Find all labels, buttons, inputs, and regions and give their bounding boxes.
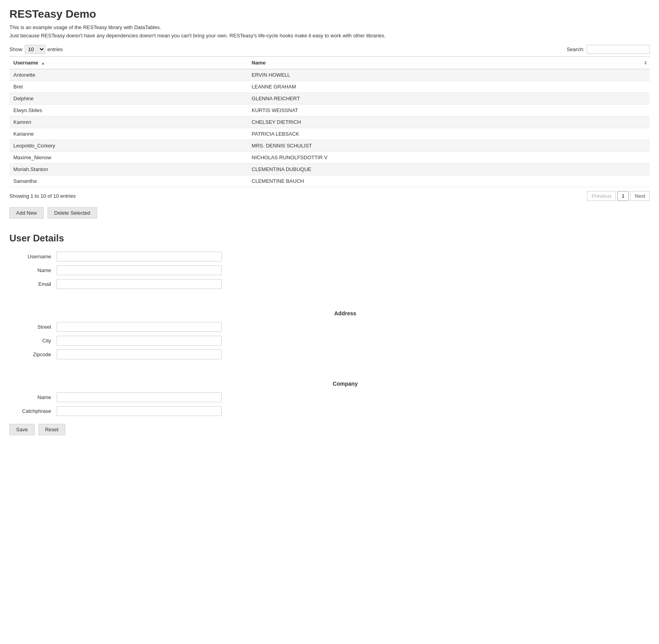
cell-username: Antonette [9,69,248,81]
zipcode-input[interactable] [57,350,222,359]
description-1: This is an example usage of the RESTeasy… [9,24,650,30]
cell-name: GLENNA REICHERT [248,93,650,105]
cell-name: KURTIS WEISSNAT [248,105,650,116]
delete-selected-button[interactable]: Delete Selected [48,207,97,219]
company-section: Company Name Catchphrase [9,381,650,416]
cell-name: CHELSEY DIETRICH [248,116,650,128]
table-row[interactable]: BretLEANNE GRAHAM [9,81,650,93]
address-section: Address Street City Zipcode [9,310,650,359]
cell-name: CLEMENTINE BAUCH [248,175,650,187]
email-input[interactable] [57,279,222,289]
show-entries-select[interactable]: 10 25 50 100 [25,45,45,54]
username-label: Username [9,254,57,259]
company-name-label: Name [9,394,57,400]
cell-username: Maxime_Nienow [9,152,248,164]
cell-username: Delphine [9,93,248,105]
page-title: RESTeasy Demo [9,8,650,20]
table-row[interactable]: DelphineGLENNA REICHERT [9,93,650,105]
cell-username: Elwyn.Skiles [9,105,248,116]
table-row[interactable]: Moriah.StantonCLEMENTINA DUBUQUE [9,164,650,175]
sort-both-icon: ⇕ [644,60,647,65]
cell-name: MRS. DENNIS SCHULIST [248,140,650,152]
cell-name: ERVIN HOWELL [248,69,650,81]
previous-button[interactable]: Previous [587,191,616,201]
address-heading: Address [41,310,650,316]
cell-username: Bret [9,81,248,93]
company-heading: Company [41,381,650,387]
page-1-button[interactable]: 1 [617,191,629,201]
table-row[interactable]: Leopoldo_CorkeryMRS. DENNIS SCHULIST [9,140,650,152]
username-input[interactable] [57,252,222,261]
column-username-label: Username [13,60,38,66]
search-label: Search: [567,46,584,52]
street-label: Street [9,324,57,330]
city-input[interactable] [57,336,222,346]
data-table: Username ▲ Name ⇕ AntonetteERVIN HOWELLB… [9,56,650,187]
cell-username: Karianne [9,128,248,140]
add-new-button[interactable]: Add New [9,207,44,219]
table-row[interactable]: SamanthaCLEMENTINE BAUCH [9,175,650,187]
catchphrase-input[interactable] [57,406,222,416]
company-name-input[interactable] [57,392,222,402]
column-name[interactable]: Name ⇕ [248,57,650,69]
cell-username: Samantha [9,175,248,187]
email-label: Email [9,281,57,287]
name-label: Name [9,267,57,273]
table-row[interactable]: AntonetteERVIN HOWELL [9,69,650,81]
street-input[interactable] [57,322,222,332]
cell-name: CLEMENTINA DUBUQUE [248,164,650,175]
city-label: City [9,338,57,344]
table-row[interactable]: Elwyn.SkilesKURTIS WEISSNAT [9,105,650,116]
cell-name: LEANNE GRAHAM [248,81,650,93]
cell-name: PATRICIA LEBSACK [248,128,650,140]
show-label: Show [9,46,22,52]
reset-button[interactable]: Reset [39,424,65,435]
table-row[interactable]: KariannePATRICIA LEBSACK [9,128,650,140]
name-input[interactable] [57,265,222,275]
cell-username: Moriah.Stanton [9,164,248,175]
table-row[interactable]: Maxime_NienowNICHOLAS RUNOLFSDOTTIR V [9,152,650,164]
sort-asc-icon: ▲ [41,61,45,65]
basic-fields: Username Name Email [9,252,650,289]
cell-username: Leopoldo_Corkery [9,140,248,152]
pagination-info: Showing 1 to 10 of 10 entries [9,193,75,199]
entries-label: entries [48,46,63,52]
catchphrase-label: Catchphrase [9,408,57,414]
column-name-label: Name [252,60,265,66]
user-details-title: User Details [9,233,650,244]
zipcode-label: Zipcode [9,351,57,357]
description-2: Just because RESTeasy doesn't have any d… [9,33,650,39]
column-username[interactable]: Username ▲ [9,57,248,69]
search-input[interactable] [587,45,650,54]
table-row[interactable]: KamrenCHELSEY DIETRICH [9,116,650,128]
cell-name: NICHOLAS RUNOLFSDOTTIR V [248,152,650,164]
cell-username: Kamren [9,116,248,128]
save-button[interactable]: Save [9,424,35,435]
next-button[interactable]: Next [630,191,650,201]
